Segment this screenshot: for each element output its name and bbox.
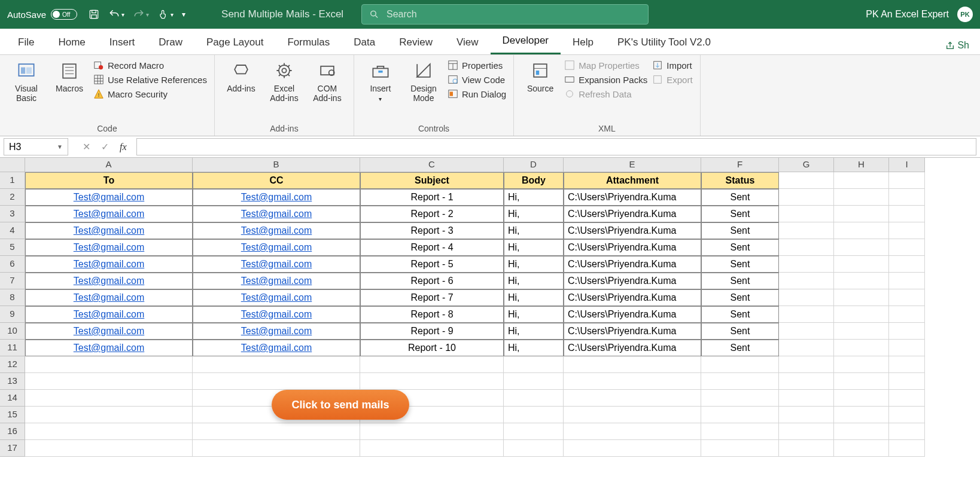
use-relative-refs-button[interactable]: Use Relative References xyxy=(93,74,207,85)
share-button[interactable]: Sh xyxy=(941,36,974,54)
empty-cell[interactable] xyxy=(779,306,834,323)
empty-cell[interactable] xyxy=(701,390,779,407)
empty-cell[interactable] xyxy=(889,323,925,340)
col-header-F[interactable]: F xyxy=(701,158,779,172)
tab-file[interactable]: File xyxy=(6,30,46,54)
data-cell[interactable]: Hi, xyxy=(504,256,564,273)
email-link[interactable]: Test@gmail.com xyxy=(241,259,312,270)
excel-addins-button[interactable]: Excel Add-ins xyxy=(264,57,305,105)
data-cell[interactable]: Test@gmail.com xyxy=(25,323,193,340)
data-cell[interactable]: C:\Users\Priyendra.Kuma xyxy=(564,273,701,289)
tab-home[interactable]: Home xyxy=(46,30,97,54)
data-cell[interactable]: Sent xyxy=(701,189,779,206)
empty-cell[interactable] xyxy=(834,440,889,457)
empty-cell[interactable] xyxy=(889,189,925,206)
data-cell[interactable]: Test@gmail.com xyxy=(193,289,360,306)
empty-cell[interactable] xyxy=(25,373,193,390)
empty-cell[interactable] xyxy=(889,289,925,306)
tab-formulas[interactable]: Formulas xyxy=(275,30,342,54)
cancel-icon[interactable]: ✕ xyxy=(83,141,90,152)
data-cell[interactable]: Test@gmail.com xyxy=(25,289,193,306)
empty-cell[interactable] xyxy=(889,340,925,356)
data-cell[interactable]: Sent xyxy=(701,273,779,289)
email-link[interactable]: Test@gmail.com xyxy=(241,192,312,203)
row-header-17[interactable]: 17 xyxy=(0,440,25,457)
data-cell[interactable]: C:\Users\Priyendra.Kuma xyxy=(564,256,701,273)
data-cell[interactable]: Test@gmail.com xyxy=(25,340,193,356)
empty-cell[interactable] xyxy=(504,423,564,440)
empty-cell[interactable] xyxy=(834,189,889,206)
data-cell[interactable]: Hi, xyxy=(504,189,564,206)
data-cell[interactable]: Hi, xyxy=(504,222,564,239)
data-cell[interactable]: Report - 8 xyxy=(360,306,504,323)
data-cell[interactable]: Report - 3 xyxy=(360,222,504,239)
data-cell[interactable]: Hi, xyxy=(504,289,564,306)
empty-cell[interactable] xyxy=(889,306,925,323)
empty-cell[interactable] xyxy=(504,373,564,390)
empty-cell[interactable] xyxy=(564,356,701,373)
empty-cell[interactable] xyxy=(889,440,925,457)
data-cell[interactable]: Test@gmail.com xyxy=(193,256,360,273)
data-cell[interactable]: C:\Users\Priyendra.Kuma xyxy=(564,239,701,256)
visual-basic-button[interactable]: Visual Basic xyxy=(6,57,47,105)
empty-cell[interactable] xyxy=(889,206,925,222)
data-cell[interactable]: Sent xyxy=(701,340,779,356)
header-cell[interactable]: Body xyxy=(504,172,564,189)
col-header-C[interactable]: C xyxy=(360,158,504,172)
data-cell[interactable]: C:\Users\Priyendra.Kuma xyxy=(564,222,701,239)
empty-cell[interactable] xyxy=(834,356,889,373)
tab-insert[interactable]: Insert xyxy=(98,30,147,54)
enter-icon[interactable]: ✓ xyxy=(101,141,109,152)
empty-cell[interactable] xyxy=(779,323,834,340)
empty-cell[interactable] xyxy=(779,222,834,239)
empty-cell[interactable] xyxy=(701,407,779,423)
row-header-7[interactable]: 7 xyxy=(0,273,25,289)
empty-cell[interactable] xyxy=(504,407,564,423)
empty-cell[interactable] xyxy=(834,306,889,323)
header-cell[interactable]: Subject xyxy=(360,172,504,189)
row-header-4[interactable]: 4 xyxy=(0,222,25,239)
source-button[interactable]: Source xyxy=(520,57,561,96)
empty-cell[interactable] xyxy=(779,390,834,407)
col-header-D[interactable]: D xyxy=(504,158,564,172)
tab-data[interactable]: Data xyxy=(342,30,387,54)
undo-icon[interactable]: ▾ xyxy=(108,8,124,20)
import-button[interactable]: Import xyxy=(652,60,692,71)
empty-cell[interactable] xyxy=(779,373,834,390)
addins-button[interactable]: Add-ins xyxy=(221,57,261,96)
row-header-2[interactable]: 2 xyxy=(0,189,25,206)
empty-cell[interactable] xyxy=(834,206,889,222)
empty-cell[interactable] xyxy=(25,390,193,407)
macros-button[interactable]: Macros xyxy=(49,57,90,96)
avatar[interactable]: PK xyxy=(957,7,973,22)
empty-cell[interactable] xyxy=(25,423,193,440)
name-box[interactable]: H3 ▼ xyxy=(4,138,68,155)
data-cell[interactable]: C:\Users\Priyendra.Kuma xyxy=(564,323,701,340)
touch-mode-icon[interactable]: ▾ xyxy=(157,8,174,20)
empty-cell[interactable] xyxy=(360,440,504,457)
map-properties-button[interactable]: Map Properties xyxy=(564,60,647,71)
tab-page-layout[interactable]: Page Layout xyxy=(194,30,275,54)
row-header-3[interactable]: 3 xyxy=(0,206,25,222)
row-header-16[interactable]: 16 xyxy=(0,423,25,440)
row-header-6[interactable]: 6 xyxy=(0,256,25,273)
redo-icon[interactable]: ▾ xyxy=(133,8,149,20)
empty-cell[interactable] xyxy=(504,390,564,407)
data-cell[interactable]: Test@gmail.com xyxy=(193,206,360,222)
empty-cell[interactable] xyxy=(779,189,834,206)
search-input[interactable] xyxy=(386,9,641,20)
data-cell[interactable]: C:\Users\Priyendra.Kuma xyxy=(564,306,701,323)
empty-cell[interactable] xyxy=(889,256,925,273)
data-cell[interactable]: C:\Users\Priyendra.Kuma xyxy=(564,340,701,356)
empty-cell[interactable] xyxy=(779,206,834,222)
empty-cell[interactable] xyxy=(779,340,834,356)
data-cell[interactable]: Report - 9 xyxy=(360,323,504,340)
row-header-1[interactable]: 1 xyxy=(0,172,25,189)
empty-cell[interactable] xyxy=(889,222,925,239)
empty-cell[interactable] xyxy=(889,239,925,256)
empty-cell[interactable] xyxy=(889,356,925,373)
empty-cell[interactable] xyxy=(564,423,701,440)
email-link[interactable]: Test@gmail.com xyxy=(241,292,312,303)
row-header-5[interactable]: 5 xyxy=(0,239,25,256)
data-cell[interactable]: Test@gmail.com xyxy=(193,239,360,256)
